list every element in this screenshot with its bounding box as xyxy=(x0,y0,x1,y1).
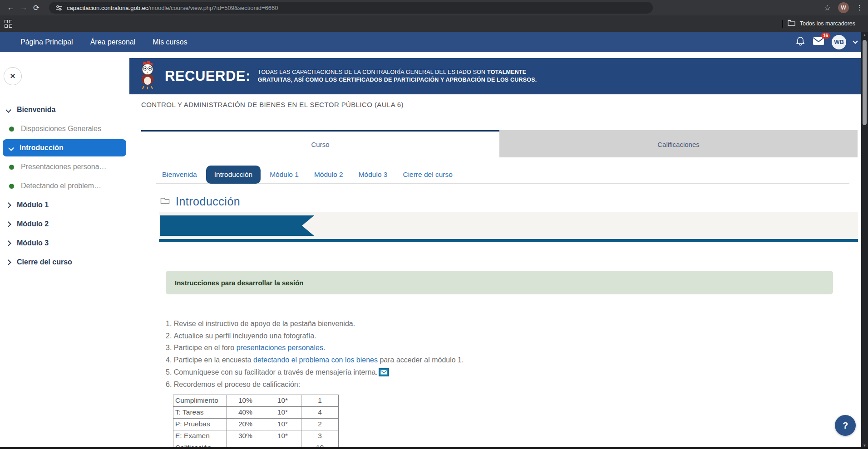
scrollbar-thumb[interactable] xyxy=(863,40,867,125)
subtab-bienvenida[interactable]: Bienvenida xyxy=(156,166,203,183)
instruction-item: 3. Participe en el foro presentaciones p… xyxy=(166,344,868,352)
sidebar-item-módulo-3[interactable]: Módulo 3 xyxy=(0,234,126,253)
subtab-cierre-del-curso[interactable]: Cierre del curso xyxy=(396,166,459,183)
nav-link-página-principal[interactable]: Página Principal xyxy=(20,38,73,46)
reload-button[interactable]: ⟳ xyxy=(30,3,43,13)
nav-link-área-personal[interactable]: Área personal xyxy=(90,38,136,46)
messages-button[interactable]: 16 xyxy=(813,37,824,48)
item-number: 3. xyxy=(166,344,174,352)
subtab-módulo-1[interactable]: Módulo 1 xyxy=(263,166,305,183)
sidebar-item-módulo-1[interactable]: Módulo 1 xyxy=(0,195,126,215)
table-cell: 10* xyxy=(264,406,301,418)
item-number: 2. xyxy=(166,332,174,340)
item-text: Revise el instructivo de apoyo de la pes… xyxy=(174,320,355,328)
subtab-módulo-2[interactable]: Módulo 2 xyxy=(308,166,350,183)
sidebar-item-bienvenida[interactable]: Bienvenida xyxy=(0,100,126,119)
reminder-banner: RECUERDE: TODAS LAS CAPACITACIONES DE LA… xyxy=(129,58,861,94)
chevron-right-icon xyxy=(5,202,11,208)
chevron-right-icon xyxy=(5,221,11,227)
item-text: . xyxy=(323,344,325,352)
inline-link[interactable]: detectando el problema con los bienes xyxy=(253,356,378,364)
sidebar-item-detectando-el-problem[interactable]: Detectando el problem… xyxy=(0,176,126,195)
browser-toolbar: ← → ⟳ capacitacion.contraloria.gob.ec/mo… xyxy=(0,0,868,15)
sidebar-item-label: Módulo 3 xyxy=(17,239,49,247)
item-number: 6. xyxy=(166,381,174,389)
item-text: Participe en el foro xyxy=(174,344,237,352)
bookmark-star-icon[interactable]: ☆ xyxy=(824,3,831,13)
instructions-box-title: Instrucciones para desarrollar la sesión xyxy=(175,279,303,287)
section-divider xyxy=(159,239,858,242)
table-row: E: Examen30%10*3 xyxy=(173,430,339,442)
table-cell: 10% xyxy=(227,395,264,406)
banner-text: TODAS LAS CAPACITACIONES DE LA CONTRALOR… xyxy=(258,68,537,84)
item-number: 1. xyxy=(166,320,174,328)
banner-line1-bold: TOTALMENTE xyxy=(487,69,526,75)
sidebar-item-label: Bienvenida xyxy=(17,106,55,114)
apps-grid-icon[interactable] xyxy=(5,20,12,28)
user-avatar[interactable]: WB xyxy=(832,35,846,49)
tab-curso[interactable]: Curso xyxy=(141,130,499,157)
all-bookmarks-label[interactable]: Todos los marcadores xyxy=(800,20,855,27)
url-domain: capacitacion.contraloria.gob.ec xyxy=(67,5,148,11)
table-cell: 2 xyxy=(301,418,339,430)
sidebar-item-cierre-del-curso[interactable]: Cierre del curso xyxy=(0,253,126,272)
instruction-item: 6. Recordemos el proceso de calificación… xyxy=(166,381,868,389)
forward-button[interactable]: → xyxy=(17,3,30,12)
back-button[interactable]: ← xyxy=(5,3,17,12)
subtab-introducción[interactable]: Introducción xyxy=(206,166,261,184)
notifications-bell-icon[interactable] xyxy=(795,36,805,49)
completion-dot-icon xyxy=(9,165,14,170)
ribbon-strip xyxy=(159,212,858,238)
tab-calificaciones[interactable]: Calificaciones xyxy=(499,130,858,157)
sidebar-item-label: Módulo 1 xyxy=(17,201,49,209)
chevron-right-icon xyxy=(5,240,11,246)
section-tabs: BienvenidaIntroducciónMódulo 1Módulo 2Mó… xyxy=(156,166,849,184)
course-tabs: Curso Calificaciones xyxy=(141,130,858,157)
sidebar-item-disposiciones-generales[interactable]: Disposiciones Generales xyxy=(0,119,126,138)
item-text: Participe en la encuesta xyxy=(174,356,253,364)
table-cell: 40% xyxy=(227,406,264,418)
banner-line2: GRATUITAS, ASÍ COMO LOS CERTIFICADOS DE … xyxy=(258,77,537,83)
table-row: Cumplimiento10%10*1 xyxy=(173,395,339,406)
instruction-item: 1. Revise el instructivo de apoyo de la … xyxy=(166,320,868,328)
item-text: Actualice su perfil incluyendo una fotog… xyxy=(174,332,316,340)
browser-profile-avatar[interactable]: W xyxy=(838,2,849,13)
user-menu-chevron-icon[interactable] xyxy=(853,39,858,44)
instruction-item: 2. Actualice su perfil incluyendo una fo… xyxy=(166,332,868,340)
bookmarks-divider xyxy=(782,20,783,28)
item-number: 5. xyxy=(166,368,174,376)
table-cell: 10* xyxy=(264,430,301,442)
completion-dot-icon xyxy=(9,184,14,189)
banner-heading: RECUERDE: xyxy=(165,68,251,84)
course-title: CONTROL Y ADMINISTRACIÓN DE BIENES EN EL… xyxy=(141,101,868,108)
inline-link[interactable]: presentaciones personales xyxy=(237,344,323,352)
page-scrollbar[interactable]: ▲ ▼ xyxy=(861,32,868,449)
sidebar-item-presentaciones-persona[interactable]: Presentaciones persona… xyxy=(0,157,126,176)
table-cell: 30% xyxy=(227,430,264,442)
help-button[interactable]: ? xyxy=(835,415,856,436)
subtab-módulo-3[interactable]: Módulo 3 xyxy=(352,166,394,183)
table-cell: 10* xyxy=(264,395,301,406)
close-icon: ✕ xyxy=(10,72,16,80)
item-number: 4. xyxy=(166,356,174,364)
sidebar-item-módulo-2[interactable]: Módulo 2 xyxy=(0,215,126,234)
envelope-icon[interactable] xyxy=(379,368,389,376)
table-cell: 3 xyxy=(301,430,339,442)
nav-link-mis-cursos[interactable]: Mis cursos xyxy=(153,38,187,46)
bookmarks-bar: Todos los marcadores xyxy=(0,15,868,32)
url-bar[interactable]: capacitacion.contraloria.gob.ec/moodle/c… xyxy=(49,2,653,14)
table-cell: P: Pruebas xyxy=(173,418,227,430)
table-cell: Cumplimiento xyxy=(173,395,227,406)
scroll-up-icon[interactable]: ▲ xyxy=(861,33,868,37)
sidebar-item-introducción[interactable]: Introducción xyxy=(3,139,126,156)
site-settings-icon[interactable] xyxy=(55,5,62,11)
site-navbar: Página PrincipalÁrea personalMis cursos … xyxy=(0,32,868,52)
completion-dot-icon xyxy=(9,127,14,132)
instruction-item: 5. Comuníquese con su facilitador a trav… xyxy=(166,368,868,376)
browser-menu-icon[interactable]: ⋮ xyxy=(856,4,863,12)
table-cell: 10* xyxy=(264,418,301,430)
table-cell: 1 xyxy=(301,395,339,406)
sidebar-close-button[interactable]: ✕ xyxy=(4,67,22,85)
sidebar-item-label: Presentaciones persona… xyxy=(21,163,107,171)
instruction-item: 4. Participe en la encuesta detectando e… xyxy=(166,356,868,364)
